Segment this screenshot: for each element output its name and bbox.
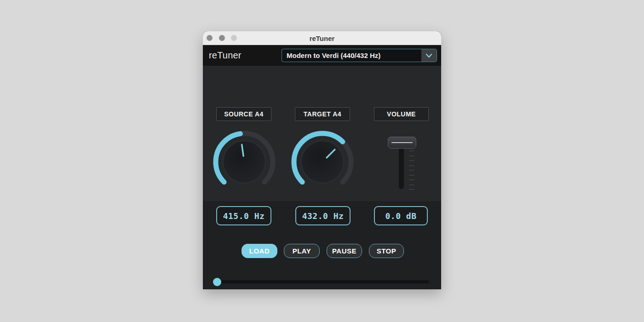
playback-progress-bar[interactable]: [213, 280, 429, 283]
stop-button[interactable]: STOP: [369, 244, 404, 258]
app-header: reTuner Modern to Verdi (440/432 Hz): [203, 45, 441, 66]
volume-label: VOLUME: [374, 107, 429, 121]
titlebar: reTuner: [203, 31, 441, 45]
volume-handle-grip-line: [391, 142, 413, 143]
main-panel: SOURCE A4 TARGET A4 VOLUME: [203, 66, 441, 289]
playback-progress-thumb[interactable]: [213, 278, 221, 286]
source-a4-label: SOURCE A4: [216, 107, 271, 121]
source-a4-knob[interactable]: [210, 127, 279, 196]
preset-select-value: Modern to Verdi (440/432 Hz): [282, 52, 421, 59]
window-title: reTuner: [203, 31, 441, 45]
volume-tick-scale: [409, 150, 414, 190]
preset-select[interactable]: Modern to Verdi (440/432 Hz): [282, 49, 437, 62]
target-a4-knob[interactable]: [288, 127, 357, 196]
volume-db-display[interactable]: 0.0 dB: [374, 206, 428, 225]
volume-slider-track[interactable]: [399, 147, 404, 189]
play-button[interactable]: PLAY: [284, 244, 320, 258]
app-name: reTuner: [209, 50, 242, 61]
target-frequency-display[interactable]: 432.0 Hz: [295, 206, 351, 225]
target-a4-label: TARGET A4: [295, 107, 350, 121]
retuner-window: reTuner reTuner Modern to Verdi (440/432…: [203, 31, 441, 289]
chevron-down-icon: [426, 52, 432, 60]
load-button[interactable]: LOAD: [242, 244, 277, 258]
preset-select-chevron-box[interactable]: [421, 49, 437, 62]
source-frequency-display[interactable]: 415.0 Hz: [216, 206, 271, 225]
volume-slider-handle[interactable]: [388, 137, 416, 149]
pause-button[interactable]: PAUSE: [327, 244, 362, 258]
